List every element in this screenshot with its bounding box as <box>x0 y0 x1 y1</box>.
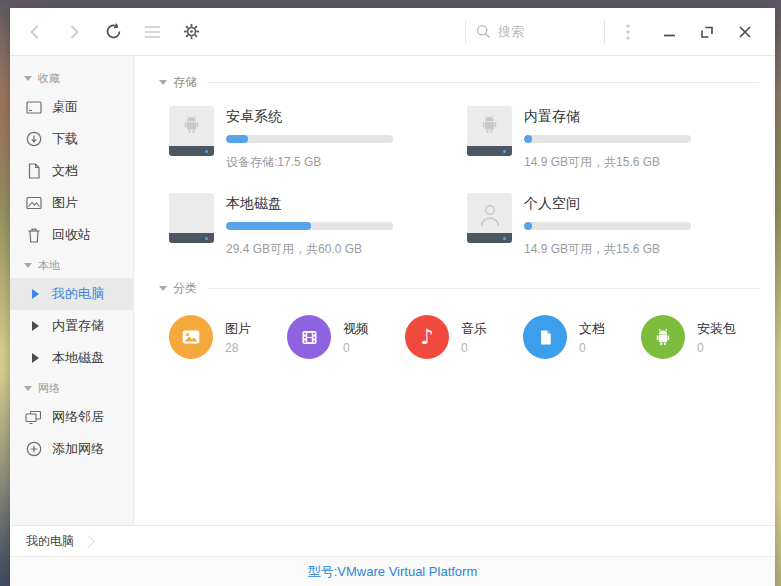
sidebar-section-network[interactable]: 网络 <box>10 376 133 401</box>
category-pictures[interactable]: 图片 28 <box>169 315 287 359</box>
category-count: 0 <box>697 341 736 355</box>
search-input[interactable]: 搜索 <box>476 23 594 41</box>
sidebar-item-internal-storage[interactable]: 内置存储 <box>10 310 133 342</box>
storage-usage-fill <box>226 222 311 230</box>
sidebar-item-desktop[interactable]: 桌面 <box>10 91 133 123</box>
sidebar-item-my-computer[interactable]: 我的电脑 <box>10 278 133 310</box>
minimize-button[interactable] <box>655 18 683 46</box>
sidebar-item-local-disk[interactable]: 本地磁盘 <box>10 342 133 374</box>
restore-button[interactable] <box>693 18 721 46</box>
music-icon: ♪ <box>405 315 449 359</box>
category-count: 0 <box>461 341 487 355</box>
storage-name: 个人空间 <box>524 195 691 213</box>
storage-usage-bar <box>524 135 691 143</box>
videos-icon <box>287 315 331 359</box>
expand-triangle-icon <box>25 286 42 303</box>
category-documents[interactable]: 文档 0 <box>523 315 641 359</box>
sidebar-item-label: 网络邻居 <box>52 408 104 426</box>
status-bar: 型号:VMware Virtual Platform <box>10 556 775 586</box>
menu-button[interactable] <box>139 19 165 45</box>
storage-usage-fill <box>226 135 248 143</box>
gear-icon <box>182 22 201 41</box>
refresh-icon <box>104 22 123 41</box>
image-icon <box>25 195 42 212</box>
storage-item-android-system[interactable]: 安卓系统 设备存储:17.5 GB <box>169 106 467 171</box>
download-icon <box>25 131 42 148</box>
sidebar-item-network-neighbors[interactable]: 网络邻居 <box>10 401 133 433</box>
collapse-triangle-icon <box>24 263 32 268</box>
storage-item-personal-space[interactable]: 个人空间 14.9 GB可用，共15.6 GB <box>467 193 765 258</box>
storage-section-header[interactable]: 存储 <box>159 74 759 91</box>
main-content: 存储 <box>134 56 775 525</box>
storage-usage-bar <box>524 222 691 230</box>
forward-button[interactable] <box>61 19 87 45</box>
disk-drive-icon <box>169 193 214 243</box>
storage-usage-fill <box>524 222 532 230</box>
user-drive-icon <box>467 193 512 243</box>
category-label: 安装包 <box>697 320 736 338</box>
sidebar-item-label: 本地磁盘 <box>52 349 104 367</box>
sidebar: 收藏 桌面 下载 文档 <box>10 56 134 525</box>
refresh-button[interactable] <box>100 19 126 45</box>
drive-strip <box>467 146 512 156</box>
breadcrumb-item-my-computer[interactable]: 我的电脑 <box>10 526 82 556</box>
apk-icon <box>641 315 685 359</box>
collapse-triangle-icon <box>159 286 167 291</box>
section-rule <box>207 82 759 83</box>
toolbar: 搜索 <box>10 8 775 56</box>
drive-led <box>503 237 506 240</box>
storage-name: 本地磁盘 <box>226 195 393 213</box>
expand-triangle-icon <box>25 318 42 335</box>
settings-button[interactable] <box>178 19 204 45</box>
breadcrumb-label: 我的电脑 <box>26 533 74 550</box>
toolbar-divider <box>604 21 605 43</box>
storage-usage-bar <box>226 135 393 143</box>
sidebar-item-label: 回收站 <box>52 226 91 244</box>
network-computers-icon <box>25 409 42 426</box>
categories-section-header[interactable]: 分类 <box>159 280 759 297</box>
drive-led <box>503 150 506 153</box>
close-icon <box>738 25 752 39</box>
storage-detail: 29.4 GB可用，共60.0 GB <box>226 241 393 258</box>
hamburger-menu-icon <box>144 25 161 39</box>
category-row: 图片 28 <box>169 315 759 359</box>
storage-name: 内置存储 <box>524 108 691 126</box>
sidebar-item-recycle-bin[interactable]: 回收站 <box>10 219 133 251</box>
storage-usage-bar <box>226 222 393 230</box>
collapse-triangle-icon <box>159 80 167 85</box>
section-rule <box>207 288 759 289</box>
section-label: 收藏 <box>38 71 60 86</box>
storage-item-local-disk[interactable]: 本地磁盘 29.4 GB可用，共60.0 GB <box>169 193 467 258</box>
category-music[interactable]: ♪ 音乐 0 <box>405 315 523 359</box>
sidebar-section-local[interactable]: 本地 <box>10 253 133 278</box>
storage-item-internal-storage[interactable]: 内置存储 14.9 GB可用，共15.6 GB <box>467 106 765 171</box>
sidebar-item-documents[interactable]: 文档 <box>10 155 133 187</box>
more-options-button[interactable] <box>615 19 641 45</box>
category-videos[interactable]: 视频 0 <box>287 315 405 359</box>
toolbar-divider <box>465 21 466 43</box>
storage-detail: 设备存储:17.5 GB <box>226 154 393 171</box>
storage-usage-fill <box>524 135 532 143</box>
search-placeholder: 搜索 <box>498 23 524 41</box>
android-drive-icon <box>467 106 512 156</box>
drive-led <box>205 150 208 153</box>
drive-strip <box>169 146 214 156</box>
add-circle-icon <box>25 441 42 458</box>
storage-detail: 14.9 GB可用，共15.6 GB <box>524 241 691 258</box>
sidebar-item-add-network[interactable]: 添加网络 <box>10 433 133 465</box>
sidebar-section-favorites[interactable]: 收藏 <box>10 66 133 91</box>
sidebar-item-label: 内置存储 <box>52 317 104 335</box>
expand-triangle-icon <box>25 350 42 367</box>
sidebar-item-downloads[interactable]: 下载 <box>10 123 133 155</box>
drive-led <box>205 237 208 240</box>
back-button[interactable] <box>22 19 48 45</box>
category-count: 0 <box>579 341 605 355</box>
restore-icon <box>699 24 715 40</box>
android-drive-icon <box>169 106 214 156</box>
category-packages[interactable]: 安装包 0 <box>641 315 759 359</box>
drive-strip <box>169 233 214 243</box>
close-button[interactable] <box>731 18 759 46</box>
sidebar-item-pictures[interactable]: 图片 <box>10 187 133 219</box>
sidebar-item-label: 我的电脑 <box>52 285 104 303</box>
storage-name: 安卓系统 <box>226 108 393 126</box>
